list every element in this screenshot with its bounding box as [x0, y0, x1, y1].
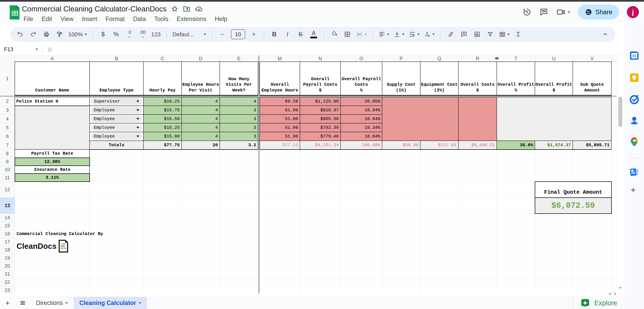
cell-O6[interactable]: 18.04% — [340, 132, 382, 141]
cell[interactable] — [497, 270, 535, 278]
cell[interactable] — [573, 174, 612, 182]
scroll-down-icon[interactable] — [618, 287, 622, 290]
cell[interactable] — [497, 262, 535, 270]
tab-cleaning-calculator[interactable]: Cleaning Calculator — [74, 297, 147, 309]
cell[interactable] — [382, 246, 420, 254]
cell[interactable] — [15, 214, 90, 222]
cell[interactable] — [260, 166, 300, 174]
format-percent-icon[interactable]: % — [112, 29, 120, 40]
hidden-columns-left-arrow-icon[interactable] — [494, 57, 496, 60]
final-quote-value-cell[interactable]: $6,072.59 — [535, 198, 612, 214]
cell[interactable] — [420, 230, 458, 238]
name-box[interactable]: F13 — [0, 46, 42, 52]
cell[interactable] — [535, 150, 573, 158]
row-header-10[interactable]: 10 — [0, 166, 15, 174]
cell[interactable] — [15, 262, 90, 270]
menu-data[interactable]: Data — [130, 15, 149, 23]
col-header-Q[interactable]: Q — [420, 56, 458, 62]
table-tools-icon[interactable] — [499, 29, 510, 40]
cell[interactable] — [497, 158, 535, 166]
cell[interactable] — [340, 198, 382, 214]
menu-view[interactable]: View — [58, 15, 76, 23]
cell-P2-Q6-merged[interactable] — [382, 97, 458, 141]
cell[interactable] — [260, 278, 300, 286]
vertical-align-icon[interactable] — [394, 29, 404, 40]
cell[interactable] — [535, 158, 573, 166]
cell[interactable] — [340, 222, 382, 230]
cell[interactable] — [573, 150, 612, 158]
version-history-icon[interactable] — [522, 8, 532, 17]
cell[interactable] — [535, 222, 573, 230]
cell[interactable] — [612, 114, 616, 123]
cell[interactable] — [182, 214, 220, 222]
cell[interactable] — [573, 262, 612, 270]
cell[interactable] — [90, 278, 144, 286]
cell[interactable] — [90, 150, 144, 158]
cell[interactable] — [144, 286, 182, 294]
cell[interactable] — [340, 182, 382, 198]
cell[interactable] — [220, 254, 258, 262]
cell-C3[interactable]: $15.75 — [144, 106, 182, 114]
cell-M1[interactable]: Overall Employee Hours — [260, 62, 300, 95]
col-header-D[interactable]: D — [182, 56, 220, 62]
cell[interactable] — [382, 254, 420, 262]
cell-E3[interactable]: 3 — [220, 106, 258, 114]
google-calendar-icon[interactable]: 31 — [629, 50, 640, 61]
employee-type-dropdown[interactable]: Employee — [91, 106, 142, 114]
cell[interactable] — [382, 174, 420, 182]
all-sheets-icon[interactable] — [15, 297, 30, 309]
menu-insert[interactable]: Insert — [79, 15, 100, 23]
cell[interactable] — [260, 150, 300, 158]
cell-D3[interactable]: 4 — [182, 106, 220, 114]
cell-O1[interactable]: Overall Payroll Costs % — [340, 62, 382, 95]
row-header-21[interactable]: 21 — [0, 270, 15, 278]
cell[interactable] — [612, 106, 616, 114]
menu-file[interactable]: File — [20, 15, 36, 23]
create-filter-icon[interactable] — [486, 29, 494, 40]
cell[interactable] — [90, 246, 144, 254]
cell[interactable] — [300, 166, 340, 174]
cell-O2[interactable]: 26.05% — [340, 97, 382, 106]
cell[interactable] — [182, 254, 220, 262]
col-header-C[interactable]: C — [144, 56, 182, 62]
cell[interactable] — [340, 254, 382, 262]
cell[interactable] — [573, 246, 612, 254]
row-header-17[interactable]: 17 — [0, 238, 15, 246]
col-header-T[interactable]: T — [497, 56, 535, 62]
cell-E5[interactable]: 3 — [220, 123, 258, 132]
cell-O3[interactable]: 18.94% — [340, 106, 382, 114]
cell[interactable] — [260, 254, 300, 262]
cell[interactable] — [90, 198, 144, 214]
cell[interactable] — [458, 270, 497, 278]
cell[interactable] — [144, 222, 182, 230]
cell[interactable] — [458, 286, 497, 294]
cell-O4[interactable]: 18.64% — [340, 114, 382, 123]
fill-color-icon[interactable] — [330, 29, 338, 40]
cell-N6[interactable]: $779.40 — [300, 132, 340, 141]
google-contacts-icon[interactable] — [629, 115, 640, 126]
cell[interactable] — [612, 222, 616, 230]
cell-R2-R6-merged[interactable] — [458, 97, 497, 141]
cell-E6[interactable]: 3 — [220, 132, 258, 141]
cell[interactable] — [382, 198, 420, 214]
cell[interactable] — [458, 166, 497, 174]
cell-A8[interactable]: Payroll Tax Rate — [15, 150, 90, 158]
cell[interactable] — [535, 270, 573, 278]
cell-V1[interactable]: Sub Quote Amount — [573, 62, 612, 95]
docs-addon-icon[interactable] — [629, 167, 640, 178]
get-addons-icon[interactable]: + — [630, 185, 636, 195]
cell-E4[interactable]: 3 — [220, 114, 258, 123]
cell[interactable] — [382, 286, 420, 294]
cell-D6[interactable]: 4 — [182, 132, 220, 141]
cell[interactable] — [182, 278, 220, 286]
cell[interactable] — [340, 286, 382, 294]
cell[interactable] — [573, 238, 612, 246]
cell-E7[interactable]: 3.2 — [220, 141, 258, 150]
cell[interactable] — [144, 246, 182, 254]
col-header-B[interactable]: B — [90, 56, 144, 62]
decrease-font-size-button[interactable]: − — [218, 29, 226, 40]
move-to-folder-icon[interactable] — [183, 5, 190, 13]
cell[interactable] — [340, 230, 382, 238]
cell[interactable] — [458, 262, 497, 270]
cell[interactable] — [497, 286, 535, 294]
